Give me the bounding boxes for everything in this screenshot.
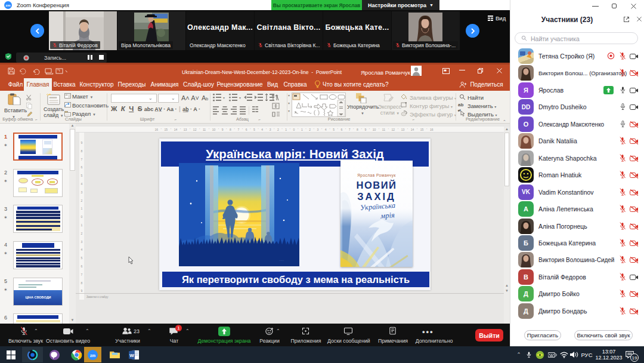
svg-text:▾: ▾: [239, 96, 241, 100]
svg-text:▾: ▾: [223, 96, 225, 100]
svg-text:W: W: [129, 352, 134, 358]
svg-text:······: ······: [279, 259, 284, 262]
svg-text:zm: zm: [90, 353, 95, 357]
